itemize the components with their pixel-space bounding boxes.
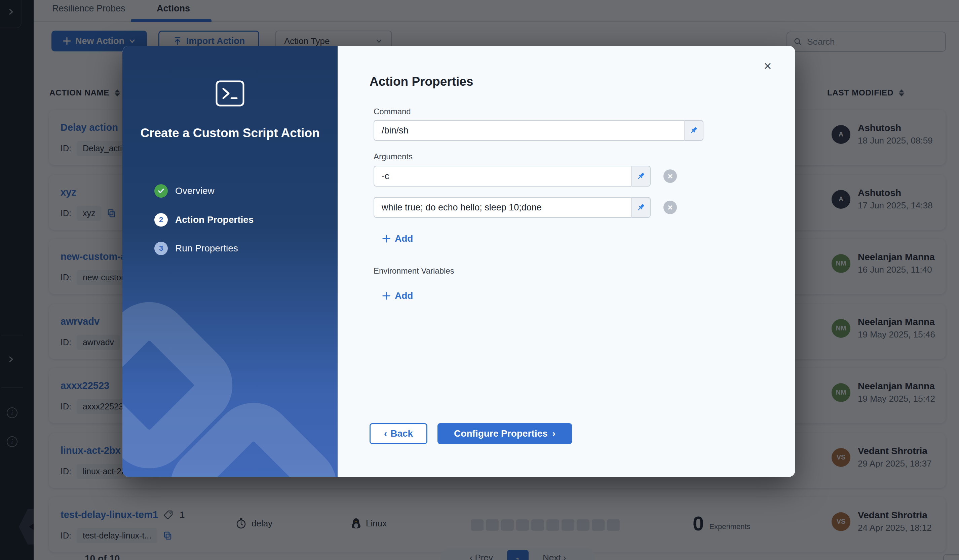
step-run-properties[interactable]: 3 Run Properties [155,242,238,255]
wizard-left-panel: Create a Custom Script Action Overview 2… [123,46,338,477]
wizard-title: Create a Custom Script Action [136,125,324,141]
argument-field-row: × [374,166,677,186]
pin-button[interactable] [631,166,651,186]
step-label: Overview [175,186,215,196]
step-label: Action Properties [175,215,253,225]
pin-button[interactable] [631,197,651,218]
remove-argument-button[interactable]: × [663,200,677,214]
argument-input[interactable] [374,166,631,186]
pushpin-icon [689,126,698,135]
step-number: 3 [155,242,168,255]
step-done-check-icon [155,184,168,198]
configure-properties-button[interactable]: Configure Properties › [438,423,572,444]
step-action-properties[interactable]: 2 Action Properties [155,213,253,227]
plus-icon [382,291,391,300]
back-button[interactable]: ‹ Back [370,423,427,444]
add-argument-button[interactable]: Add [382,233,413,244]
step-number: 2 [155,213,168,227]
pushpin-icon [636,203,645,212]
argument-field-row: × [374,197,677,218]
command-input[interactable] [374,120,684,141]
step-overview[interactable]: Overview [155,184,215,198]
create-custom-script-action-modal: Create a Custom Script Action Overview 2… [123,46,795,477]
command-field-row [374,120,703,141]
step-label: Run Properties [175,243,238,254]
argument-input[interactable] [374,197,631,218]
add-env-variable-button[interactable]: Add [382,290,413,301]
app-screen: i i Resilience Probes Actions New Action… [0,0,959,560]
terminal-icon [215,80,245,107]
pin-button[interactable] [684,120,703,141]
env-variables-label: Environment Variables [374,266,454,276]
remove-argument-button[interactable]: × [663,169,677,183]
close-icon[interactable]: × [760,58,776,74]
arguments-label: Arguments [374,152,413,161]
plus-icon [382,234,391,243]
pushpin-icon [636,172,645,181]
modal-heading: Action Properties [370,75,473,89]
command-label: Command [374,107,411,116]
